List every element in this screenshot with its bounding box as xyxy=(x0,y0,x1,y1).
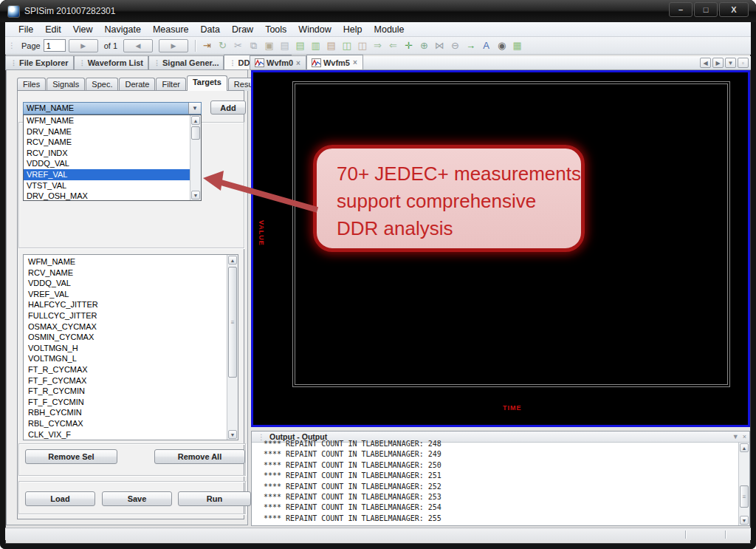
scroll-down-icon[interactable]: ▼ xyxy=(740,516,749,525)
output-log[interactable]: **** REPAINT COUNT IN TLABELMANAGER: 248… xyxy=(252,439,738,525)
menu-item[interactable]: Data xyxy=(195,23,226,36)
minimize-button[interactable]: – xyxy=(669,2,693,17)
close-button[interactable]: X xyxy=(719,2,749,17)
target-list-item[interactable]: CLK_VIX_F xyxy=(24,429,227,440)
target-list-item[interactable]: OSMIN_CYCMAX xyxy=(24,332,227,343)
toolbar-grip[interactable]: ⋮ xyxy=(5,41,18,50)
close-icon[interactable]: × xyxy=(352,58,358,67)
titlebar[interactable]: SPISim 201007282301 – □ X xyxy=(0,0,756,22)
output-scrollbar[interactable]: ▲ ≡ ▼ xyxy=(738,443,749,525)
export-page-icon[interactable]: ⇒ xyxy=(370,40,385,51)
dropdown-item[interactable]: DRV_OSH_MAX xyxy=(24,191,190,200)
dropdown-item[interactable]: VTST_VAL xyxy=(24,180,190,191)
dropdown-item[interactable]: VDDQ_VAL xyxy=(24,158,190,169)
close-window-icon[interactable]: ◫ xyxy=(354,40,370,51)
dropdown-item[interactable]: WFM_NAME xyxy=(24,115,190,126)
target-list-item[interactable]: HALFCYC_JITTER xyxy=(24,299,227,310)
dropdown-item[interactable]: RCV_NAME xyxy=(24,137,190,148)
cut-icon[interactable]: ✂ xyxy=(230,40,246,51)
subtab[interactable]: Spec. xyxy=(86,78,118,91)
target-list-item[interactable]: VOLTMGN_L xyxy=(24,353,227,364)
close-page-icon[interactable]: ▤ xyxy=(323,40,339,51)
subtab[interactable]: Files xyxy=(17,78,46,91)
scroll-tabs-right-button[interactable]: ▶ xyxy=(712,58,724,68)
zoom-out-icon[interactable]: ⊖ xyxy=(447,40,463,51)
dropdown-item[interactable]: RCV_INDX xyxy=(24,148,190,159)
page-forward-button[interactable]: ▶ xyxy=(159,39,188,52)
copy-icon[interactable]: ⧉ xyxy=(246,40,261,52)
subtab[interactable]: Filter xyxy=(156,78,185,91)
dropdown-scrollbar[interactable]: ▲ ▼ xyxy=(190,115,201,200)
load-button[interactable]: Load xyxy=(25,491,95,506)
subtab[interactable]: Targets xyxy=(187,75,227,91)
target-list-item[interactable]: FT_R_CYCMAX xyxy=(24,364,227,375)
tab-file-explorer[interactable]: ⋮ File Explorer xyxy=(5,55,74,69)
tab-waveform-list[interactable]: ⋮ Waveform List xyxy=(74,55,148,69)
scrollbar-thumb[interactable]: ≡ xyxy=(740,485,749,508)
menu-item[interactable]: Measure xyxy=(147,23,195,36)
add-button[interactable]: Add xyxy=(210,100,246,115)
tab-wvfm0[interactable]: Wvfm0 × xyxy=(250,55,306,69)
run-button[interactable]: Run xyxy=(178,491,251,506)
font-icon[interactable]: A xyxy=(478,40,494,51)
new-page-icon[interactable]: ▤ xyxy=(277,40,292,51)
zoom-fit-icon[interactable]: ⋈ xyxy=(432,40,447,51)
scroll-down-icon[interactable]: ▼ xyxy=(228,430,237,439)
save-page-icon[interactable]: ▥ xyxy=(308,40,323,51)
target-list-item[interactable]: FT_F_CYCMAX xyxy=(24,375,227,386)
zoom-in-icon[interactable]: ⊕ xyxy=(416,40,432,51)
menu-item[interactable]: View xyxy=(67,23,99,36)
target-list-item[interactable]: VOLTMGN_H xyxy=(24,343,227,354)
tab-wvfm5[interactable]: Wvfm5 × xyxy=(306,55,363,69)
image-export-icon[interactable]: ▦ xyxy=(509,40,525,51)
chevron-down-icon[interactable]: ▼ xyxy=(188,103,201,114)
scrollbar-thumb[interactable] xyxy=(191,126,200,140)
scroll-tabs-left-button[interactable]: ◀ xyxy=(700,58,711,68)
save-button[interactable]: Save xyxy=(102,491,172,506)
page-prev-button[interactable]: ◀ xyxy=(123,39,153,52)
menu-item[interactable]: Module xyxy=(368,23,410,36)
pan-icon[interactable]: ✛ xyxy=(401,40,416,51)
paste-icon[interactable]: ▣ xyxy=(261,40,277,51)
target-list-item[interactable]: OSMAX_CYCMAX xyxy=(24,321,227,333)
target-list-item[interactable]: FT_R_CYCMIN xyxy=(24,386,227,397)
menu-item[interactable]: Draw xyxy=(226,23,259,36)
exit-icon[interactable]: ⇥ xyxy=(199,40,215,51)
scroll-up-icon[interactable]: ▲ xyxy=(191,116,200,125)
goto-icon[interactable]: → xyxy=(463,40,478,51)
page-input[interactable] xyxy=(44,39,66,52)
menu-item[interactable]: Help xyxy=(337,23,368,36)
target-list-item[interactable]: FULLCYC_JITTER xyxy=(24,310,227,321)
snapshot-icon[interactable]: ◉ xyxy=(494,40,509,51)
target-list-item[interactable]: VDDQ_VAL xyxy=(24,278,227,289)
close-icon[interactable]: × xyxy=(295,59,301,67)
dropdown-item[interactable]: DRV_NAME xyxy=(24,126,190,137)
import-page-icon[interactable]: ⇐ xyxy=(385,40,401,51)
refresh-icon[interactable]: ↻ xyxy=(215,40,230,51)
target-list-item[interactable]: VREF_VAL xyxy=(24,289,227,300)
remove-all-button[interactable]: Remove All xyxy=(154,449,245,464)
target-list-item[interactable]: RBH_CYCMIN xyxy=(24,407,227,418)
menu-item[interactable]: Tools xyxy=(259,23,292,36)
float-window-button[interactable]: ▫ xyxy=(738,58,749,68)
menu-item[interactable]: Window xyxy=(292,23,337,36)
tab-list-dropdown-button[interactable]: ▼ xyxy=(725,58,736,68)
menu-item[interactable]: Navigate xyxy=(99,23,147,36)
scroll-up-icon[interactable]: ▲ xyxy=(740,443,749,452)
scroll-up-icon[interactable]: ▲ xyxy=(228,256,237,265)
scrollbar-thumb[interactable]: ≡ xyxy=(228,267,237,378)
close-icon[interactable]: × xyxy=(743,433,746,440)
maximize-button[interactable]: □ xyxy=(694,2,718,17)
menu-item[interactable]: Edit xyxy=(39,23,67,36)
new-window-icon[interactable]: ◫ xyxy=(339,40,354,51)
listbox-scrollbar[interactable]: ▲ ≡ ▼ xyxy=(227,255,238,440)
subtab[interactable]: Signals xyxy=(47,78,85,91)
tab-signal-generator[interactable]: ⋮ Signal Gener... xyxy=(148,55,224,69)
measurement-combobox[interactable]: WFM_NAME ▼ xyxy=(23,102,202,115)
target-list-item[interactable]: RBL_CYCMAX xyxy=(24,418,227,429)
target-list-item[interactable]: WFM_NAME xyxy=(24,256,227,267)
page-next-button[interactable]: ▶ xyxy=(69,39,98,52)
open-page-icon[interactable]: ▤ xyxy=(292,40,308,51)
scroll-down-icon[interactable]: ▼ xyxy=(191,191,200,200)
remove-sel-button[interactable]: Remove Sel xyxy=(25,449,117,464)
